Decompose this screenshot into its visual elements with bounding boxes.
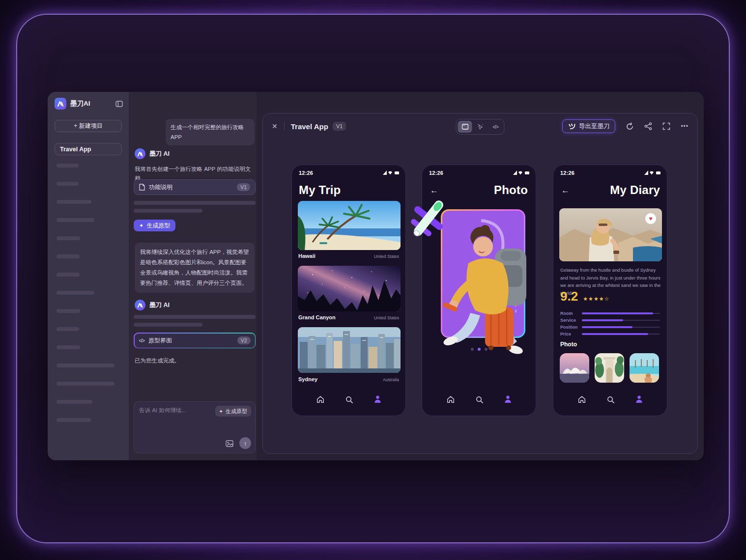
app-screenshot: 墨刀AI + 新建项目 Travel App 生成一个相对完整的旅行攻略 APP… — [48, 92, 704, 460]
photo-section-title: Photo — [560, 341, 577, 348]
status-time: 12:26 — [299, 170, 313, 176]
share-button[interactable] — [644, 122, 652, 130]
sidebar-item-travel-app[interactable]: Travel App — [55, 143, 122, 155]
document-icon — [139, 184, 145, 191]
app-window: 墨刀AI + 新建项目 Travel App 生成一个相对完整的旅行攻略 APP… — [16, 14, 730, 543]
trip-card-caption: Grand Canyon United States — [298, 314, 399, 320]
status-icons — [644, 170, 661, 175]
refresh-button[interactable] — [626, 122, 634, 131]
sparkle-icon: ✦ — [219, 409, 223, 414]
send-button[interactable]: ↑ — [239, 437, 251, 449]
doc-card-label: 功能说明 — [149, 183, 172, 192]
skeleton-bar — [57, 400, 92, 404]
collapse-sidebar-icon[interactable] — [115, 101, 123, 107]
metric-label: Price — [560, 332, 582, 336]
attach-image-icon[interactable] — [226, 440, 233, 447]
metric-position: Position — [560, 325, 660, 330]
trip-card-caption: Hawaii United States — [298, 253, 399, 259]
status-bar: 12:26 — [560, 170, 661, 176]
search-icon[interactable] — [475, 395, 484, 404]
fullscreen-button[interactable] — [662, 122, 670, 130]
profile-icon-active[interactable] — [504, 395, 512, 404]
skeleton-bar — [134, 201, 256, 205]
favorite-button[interactable]: ♥ — [645, 213, 656, 224]
new-project-button[interactable]: + 新建项目 — [55, 120, 122, 132]
prototype-card-label: 原型界面 — [148, 336, 172, 345]
project-item-label: Travel App — [60, 146, 91, 153]
sidebar: 墨刀AI + 新建项目 Travel App — [48, 92, 129, 460]
trip-country: United States — [374, 315, 399, 320]
skeleton-bar — [57, 200, 91, 204]
share-icon — [644, 122, 652, 130]
diary-thumbnail-beach[interactable] — [630, 353, 659, 383]
tab-select-mode[interactable] — [473, 121, 488, 133]
metric-label: Room — [560, 311, 582, 316]
browser-icon — [461, 124, 468, 130]
carousel-dots[interactable] — [422, 348, 536, 351]
doc-card[interactable]: 功能说明 V1 — [134, 179, 256, 195]
trip-title: Grand Canyon — [298, 314, 336, 320]
header-actions: 导出至墨刀 ••• — [562, 119, 689, 133]
rating-stars: ★★★★☆ — [583, 296, 609, 302]
metric-service: Service — [560, 318, 660, 323]
skeleton-bar — [57, 273, 80, 277]
trip-card-image-sydney[interactable] — [298, 327, 401, 373]
skeleton-bar — [57, 291, 94, 295]
tab-code-mode[interactable]: </> — [488, 121, 503, 133]
metric-label: Service — [560, 318, 582, 323]
preview-title: Travel App — [291, 122, 328, 131]
trip-card-image-hawaii[interactable] — [298, 201, 401, 250]
ai-message-text: 已为您生成完成。 — [135, 356, 180, 365]
modao-mark-icon — [568, 123, 575, 130]
status-icons — [383, 170, 400, 175]
cursor-sparkle-icon — [477, 123, 484, 130]
rating-row: 9.2 ★★★★☆ — [560, 289, 609, 304]
tab-preview-mode[interactable] — [458, 121, 472, 133]
generate-prototype-button-small[interactable]: ✦ 生成原型 — [215, 406, 251, 417]
heart-icon: ♥ — [649, 215, 652, 222]
profile-icon-active[interactable] — [373, 395, 382, 404]
skeleton-bar — [57, 345, 80, 349]
skeleton-bar — [134, 209, 202, 213]
screen-title: My Diary — [610, 183, 660, 197]
trip-title: Sydney — [298, 376, 317, 382]
home-icon[interactable] — [316, 395, 325, 404]
trip-country: Australia — [383, 377, 399, 382]
generate-prototype-button[interactable]: ✦ 生成原型 — [134, 220, 175, 231]
airplane-illustration — [407, 195, 449, 244]
search-icon[interactable] — [345, 395, 353, 404]
export-label: 导出至墨刀 — [579, 122, 610, 131]
trip-card-image-grand-canyon[interactable] — [298, 266, 401, 311]
diary-thumbnail-opera-house[interactable] — [560, 353, 589, 383]
skeleton-bar — [57, 382, 115, 386]
sidebar-skeleton-list — [57, 164, 120, 436]
export-to-modao-button[interactable]: 导出至墨刀 — [562, 119, 616, 133]
search-icon[interactable] — [606, 395, 615, 404]
more-button[interactable]: ••• — [681, 123, 689, 130]
profile-icon-active[interactable] — [635, 395, 643, 404]
header-divider — [284, 122, 285, 130]
prototype-card[interactable]: </> 原型界面 V2 — [134, 333, 256, 348]
bottom-nav — [553, 392, 667, 407]
home-icon[interactable] — [577, 395, 586, 404]
bottom-nav — [422, 392, 536, 407]
generate-small-label: 生成原型 — [226, 408, 247, 415]
close-preview-button[interactable]: ✕ — [272, 122, 278, 130]
skeleton-bar — [57, 364, 115, 367]
bottom-nav — [292, 392, 405, 407]
sparkle-icon: ✦ — [139, 223, 143, 229]
metric-bar — [582, 312, 653, 314]
preview-panel: ✕ Travel App V1 </> — [257, 92, 704, 460]
metric-room: Room — [560, 311, 660, 316]
back-button[interactable]: ← — [561, 186, 570, 196]
home-icon[interactable] — [446, 395, 455, 404]
skeleton-bar — [57, 218, 94, 222]
diary-thumbnail-white-building[interactable] — [595, 353, 624, 383]
trip-card-caption: Sydney Australia — [298, 376, 399, 382]
status-bar: 12:26 — [299, 170, 400, 176]
skeleton-bar — [57, 327, 79, 331]
user-message: 生成一个相对完整的旅行攻略 APP — [166, 119, 255, 145]
fullscreen-icon — [662, 122, 670, 130]
preview-header: ✕ Travel App V1 </> — [263, 113, 697, 139]
skeleton-bar — [134, 315, 256, 319]
